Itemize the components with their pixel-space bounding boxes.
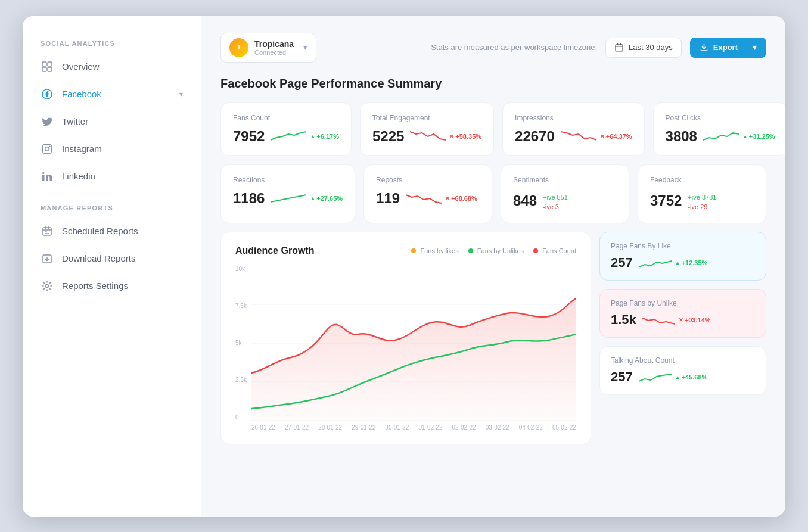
legend-dot-fans-count <box>533 248 538 253</box>
fans-count-label: Fans Count <box>233 114 339 122</box>
post-clicks-main: 3808 ▲ +31.25% <box>666 128 775 145</box>
chart-svg-area: 26-01-22 27-01-22 28-01-22 29-01-22 30-0… <box>251 266 576 431</box>
svg-rect-3 <box>48 67 52 71</box>
feedback-negative: -ive 29 <box>688 202 716 212</box>
svg-rect-13 <box>616 44 623 51</box>
engagement-sparkline <box>410 128 446 145</box>
fans-like-value: 257 <box>611 255 633 270</box>
main-content: T Tropicana Connected ▾ Stats are measur… <box>201 16 785 517</box>
audience-growth-card: Audience Growth Fans by likes Fans by Un… <box>220 232 591 444</box>
reactions-badge: ▲ +27.65% <box>310 195 343 202</box>
chart-title: Audience Growth <box>235 245 314 256</box>
chart-legend: Fans by likes Fans by Unlikes Fans Count <box>411 247 576 254</box>
side-card-fans-like: Page Fans By Like 257 ▲ +12.35% <box>599 232 766 281</box>
reposts-label: Reposts <box>376 176 480 184</box>
side-card-talking: Talking About Count 257 ▲ +45.68% <box>599 346 766 395</box>
svg-rect-1 <box>48 62 52 66</box>
post-clicks-sparkline <box>703 128 739 145</box>
stats-row-2: Reactions 1186 ▲ +27.65% R <box>220 164 766 223</box>
svg-rect-0 <box>42 62 46 66</box>
feedback-detail: +ive 3781 -ive 29 <box>688 192 716 212</box>
post-clicks-up-icon: ▲ <box>742 133 748 139</box>
feedback-positive: +ive 3781 <box>688 192 716 203</box>
reposts-value: 119 <box>376 190 400 207</box>
fans-like-chart: ▲ +12.35% <box>639 256 755 269</box>
settings-icon <box>41 279 54 293</box>
fans-like-badge: ▲ +12.35% <box>675 259 708 266</box>
talking-label: Talking About Count <box>611 356 755 365</box>
talking-value: 257 <box>611 369 633 385</box>
reactions-main: 1186 ▲ +27.65% <box>233 190 343 207</box>
download-icon <box>41 252 54 265</box>
sidebar-item-linkedin[interactable]: Linkedin <box>23 163 201 190</box>
fans-like-main: 257 ▲ +12.35% <box>611 255 755 270</box>
fans-count-main: 7952 ▲ +6.17% <box>233 128 339 145</box>
stat-reactions: Reactions 1186 ▲ +27.65% <box>220 164 355 223</box>
download-label: Download Reports <box>62 253 135 263</box>
date-range-button[interactable]: Last 30 days <box>605 38 682 58</box>
feedback-label: Feedback <box>650 176 754 184</box>
fans-unlike-x-icon: ✕ <box>679 317 683 323</box>
sentiments-extra: +ive 851 -ive 3 <box>543 190 617 212</box>
svg-rect-2 <box>42 67 46 71</box>
fans-unlike-main: 1.5k ✕ +03.14% <box>611 312 755 328</box>
engagement-badge: ✕ +58.35% <box>449 133 481 140</box>
sentiments-value: 848 <box>513 192 537 209</box>
engagement-label: Total Engagement <box>372 114 481 122</box>
post-clicks-label: Post Clicks <box>666 114 775 122</box>
sidebar-item-settings[interactable]: Reports Settings <box>23 272 201 300</box>
linkedin-label: Linkedin <box>62 171 95 181</box>
scheduled-icon <box>41 225 54 238</box>
sidebar-item-scheduled[interactable]: Scheduled Reports <box>23 217 201 245</box>
export-button[interactable]: Export ▾ <box>690 38 766 58</box>
section-analytics-label: SOCIAL ANALYTICS <box>23 40 201 53</box>
sidebar-item-twitter[interactable]: Twitter <box>23 108 201 135</box>
twitter-label: Twitter <box>62 116 88 126</box>
sidebar: SOCIAL ANALYTICS Overview Faceb <box>23 16 201 517</box>
sentiments-label: Sentiments <box>513 176 617 184</box>
side-card-fans-unlike: Page Fans by Unlike 1.5k ✕ +03.14% <box>599 289 766 338</box>
svg-rect-5 <box>43 144 52 153</box>
reactions-label: Reactions <box>233 176 343 184</box>
twitter-icon <box>41 115 54 128</box>
fans-unlike-chart: ✕ +03.14% <box>642 313 755 326</box>
instagram-label: Instagram <box>62 144 102 154</box>
stat-feedback: Feedback 3752 +ive 3781 -ive 29 <box>638 164 766 223</box>
brand-name: Tropicana <box>254 39 294 49</box>
stat-reposts: Reposts 119 ✕ +68.68% <box>363 164 492 223</box>
fans-like-up-icon: ▲ <box>675 260 680 266</box>
settings-label: Reports Settings <box>62 281 128 291</box>
legend-fans-unlikes: Fans by Unlikes <box>468 247 524 254</box>
linkedin-icon <box>41 170 54 183</box>
sentiments-detail: +ive 851 -ive 3 <box>543 192 568 212</box>
export-chevron-icon: ▾ <box>753 43 757 52</box>
section-reports-label: MANAGE REPORTS <box>23 204 201 217</box>
fans-count-chart: ▲ +6.17% <box>271 128 339 145</box>
reposts-badge: ✕ +68.68% <box>445 195 477 202</box>
sidebar-item-facebook[interactable]: Facebook ▾ <box>23 80 201 108</box>
reactions-chart: ▲ +27.65% <box>271 190 343 207</box>
header-right: Stats are measured as per workspace time… <box>431 38 766 58</box>
sidebar-item-overview[interactable]: Overview <box>23 53 201 80</box>
talking-sparkline <box>639 371 672 384</box>
export-divider <box>745 42 745 53</box>
audience-chart-svg <box>251 266 576 421</box>
talking-main: 257 ▲ +45.68% <box>611 369 755 385</box>
feedback-extra: +ive 3781 -ive 29 <box>688 190 754 212</box>
overview-icon <box>41 60 54 73</box>
brand-selector[interactable]: T Tropicana Connected ▾ <box>220 33 316 63</box>
fans-like-label: Page Fans By Like <box>611 242 755 250</box>
sentiments-main: 848 +ive 851 -ive 3 <box>513 190 617 212</box>
svg-point-7 <box>49 145 51 147</box>
fans-count-badge: ▲ +6.17% <box>310 133 339 140</box>
reposts-sparkline <box>406 190 442 207</box>
sidebar-item-instagram[interactable]: Instagram <box>23 135 201 163</box>
stat-fans-count: Fans Count 7952 ▲ +6.17% <box>220 102 352 156</box>
fans-unlike-badge: ✕ +03.14% <box>679 316 711 323</box>
chart-x-axis: 26-01-22 27-01-22 28-01-22 29-01-22 30-0… <box>251 424 576 431</box>
chart-y-axis: 10k 7.5k 5k 2.5k 0 <box>235 266 251 421</box>
stats-row-1: Fans Count 7952 ▲ +6.17% T <box>220 102 766 156</box>
sidebar-item-download[interactable]: Download Reports <box>23 245 201 272</box>
overview-label: Overview <box>62 61 100 71</box>
legend-dot-fans-likes <box>411 248 416 253</box>
